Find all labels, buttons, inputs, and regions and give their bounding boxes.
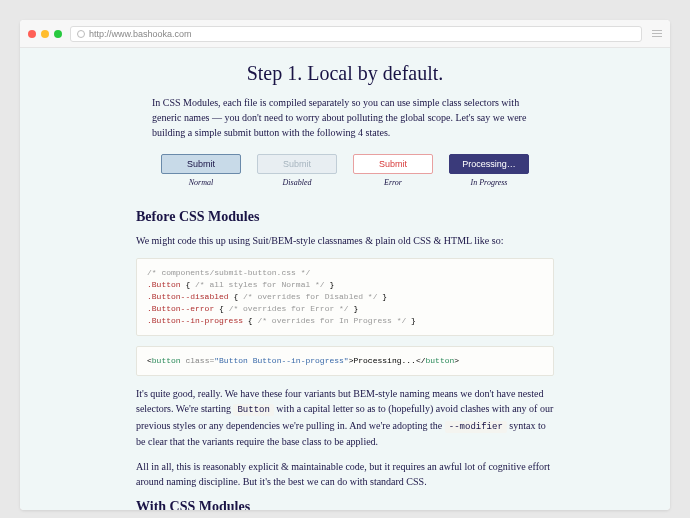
demo-button-normal[interactable]: Submit bbox=[161, 154, 241, 174]
content-column: Before CSS Modules We might code this up… bbox=[136, 209, 554, 510]
maximize-icon[interactable] bbox=[54, 30, 62, 38]
page-viewport: Step 1. Local by default. In CSS Modules… bbox=[20, 48, 670, 510]
inline-code: Button bbox=[233, 404, 273, 416]
demo-label: Normal bbox=[161, 178, 241, 187]
browser-window: http://www.bashooka.com Step 1. Local by… bbox=[20, 20, 670, 510]
demo-button-progress[interactable]: Processing… bbox=[449, 154, 529, 174]
demo-button-disabled: Submit bbox=[257, 154, 337, 174]
section-heading-before: Before CSS Modules bbox=[136, 209, 554, 225]
section-heading-with: With CSS Modules bbox=[136, 499, 554, 510]
minimize-icon[interactable] bbox=[41, 30, 49, 38]
demo-label: In Progress bbox=[449, 178, 529, 187]
window-controls bbox=[28, 30, 62, 38]
body-paragraph: It's quite good, really. We have these f… bbox=[136, 386, 554, 449]
intro-paragraph: In CSS Modules, each file is compiled se… bbox=[152, 95, 538, 140]
browser-toolbar: http://www.bashooka.com bbox=[20, 20, 670, 48]
globe-icon bbox=[77, 30, 85, 38]
demo-label: Disabled bbox=[257, 178, 337, 187]
demo-buttons-row: Submit Submit Submit Processing… bbox=[66, 154, 624, 174]
address-bar[interactable]: http://www.bashooka.com bbox=[70, 26, 642, 42]
demo-labels-row: Normal Disabled Error In Progress bbox=[66, 178, 624, 187]
page-title: Step 1. Local by default. bbox=[66, 62, 624, 85]
close-icon[interactable] bbox=[28, 30, 36, 38]
before-intro: We might code this up using Suit/BEM-sty… bbox=[136, 233, 554, 248]
demo-button-error[interactable]: Submit bbox=[353, 154, 433, 174]
demo-label: Error bbox=[353, 178, 433, 187]
body-paragraph: All in all, this is reasonably explicit … bbox=[136, 459, 554, 489]
html-code-block: <button class="Button Button--in-progres… bbox=[136, 346, 554, 376]
url-text: http://www.bashooka.com bbox=[89, 29, 192, 39]
inline-code: --modifier bbox=[445, 421, 507, 433]
css-code-block: /* components/submit-button.css */ .Butt… bbox=[136, 258, 554, 336]
hamburger-icon[interactable] bbox=[652, 30, 662, 37]
